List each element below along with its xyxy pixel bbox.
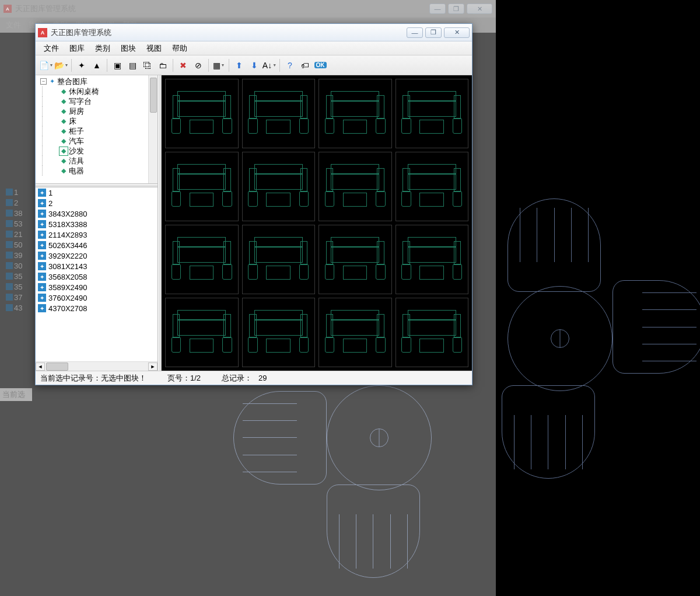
thumbnail-item[interactable] bbox=[318, 152, 392, 221]
toolbar-separator bbox=[208, 59, 209, 72]
size-list-item[interactable]: ✦3843X2880 bbox=[36, 208, 158, 219]
status-total-value: 29 bbox=[258, 374, 267, 382]
cad-thumbnail bbox=[172, 87, 232, 140]
block-icon: ✦ bbox=[38, 273, 46, 281]
window-title: 天正图库管理系统 bbox=[51, 27, 407, 38]
delete-icon[interactable]: ✖ bbox=[176, 58, 190, 72]
menu-item-2[interactable]: 类别 bbox=[90, 42, 115, 55]
scroll-thumb[interactable] bbox=[46, 363, 68, 371]
category-tree[interactable]: −✦整合图库◆休闲桌椅◆写字台◆厨房◆床◆柜子◆汽车◆沙发◆洁具◆电器 bbox=[36, 75, 158, 184]
toolbar-separator bbox=[229, 59, 229, 72]
thumbnail-item[interactable] bbox=[242, 152, 316, 221]
arrow-up-icon[interactable]: ⬆ bbox=[232, 58, 246, 72]
menu-item-4[interactable]: 视图 bbox=[142, 42, 166, 55]
size-list-item[interactable]: ✦2114X2893 bbox=[36, 229, 158, 240]
status-page: 页号：1/2 bbox=[167, 373, 201, 384]
maximize-button[interactable]: ❐ bbox=[425, 27, 442, 38]
bg-list-item: 53 bbox=[6, 218, 32, 229]
cad-thumbnail bbox=[172, 306, 232, 359]
status-selected-label: 当前选中记录号： bbox=[40, 374, 101, 382]
arrow-down-icon[interactable]: ⬇ bbox=[247, 58, 261, 72]
size-list-item[interactable]: ✦2 bbox=[36, 198, 158, 208]
expander-icon[interactable]: − bbox=[40, 78, 47, 85]
thumbnail-item[interactable] bbox=[318, 225, 392, 294]
scroll-left-icon[interactable]: ◄ bbox=[36, 363, 45, 371]
thumbnail-item[interactable] bbox=[318, 79, 392, 148]
open-folder-icon[interactable]: 📂▼ bbox=[54, 58, 68, 72]
minimize-button[interactable]: — bbox=[407, 27, 423, 38]
close-button[interactable]: ✕ bbox=[444, 27, 470, 38]
thumbnail-item[interactable] bbox=[242, 225, 316, 294]
cone-icon[interactable]: ▲ bbox=[90, 58, 104, 72]
bg-list-item: 21 bbox=[6, 229, 32, 239]
tree-item[interactable]: ◆洁具 bbox=[37, 156, 156, 166]
copy-icon[interactable]: ⿻ bbox=[141, 58, 155, 72]
tree-item[interactable]: ◆电器 bbox=[37, 166, 156, 176]
cad-chair bbox=[508, 198, 601, 292]
thumbnail-item[interactable] bbox=[165, 225, 239, 294]
thumbnail-item[interactable] bbox=[165, 298, 239, 367]
thumbnail-item[interactable] bbox=[396, 298, 469, 367]
thumbnail-item[interactable] bbox=[165, 79, 239, 148]
thumbnail-item[interactable] bbox=[396, 152, 469, 221]
toolbar-separator bbox=[71, 59, 72, 72]
tree-item[interactable]: ◆写字台 bbox=[37, 96, 156, 106]
size-list-item[interactable]: ✦3929X2220 bbox=[36, 250, 158, 261]
status-page-value: 1/2 bbox=[190, 374, 201, 382]
bg-menu-item: 文件 bbox=[6, 20, 21, 30]
grid-icon[interactable]: ▦▼ bbox=[212, 58, 226, 72]
layers-icon[interactable]: ▣ bbox=[110, 58, 124, 72]
bg-list-item: 50 bbox=[6, 239, 32, 250]
tree-item[interactable]: ◆沙发 bbox=[37, 146, 156, 156]
align-icon[interactable]: ▤ bbox=[125, 58, 139, 72]
category-icon: ◆ bbox=[60, 127, 68, 135]
toolbar-separator bbox=[107, 59, 107, 72]
tag-icon[interactable]: 🏷 bbox=[298, 58, 312, 72]
tree-root[interactable]: −✦整合图库 bbox=[37, 76, 156, 86]
size-list-item[interactable]: ✦1 bbox=[36, 187, 158, 198]
tree-scrollbar[interactable] bbox=[148, 75, 158, 183]
menu-item-5[interactable]: 帮助 bbox=[167, 42, 192, 55]
size-list[interactable]: ✦1✦2✦3843X2880✦5318X3388✦2114X2893✦5026X… bbox=[36, 187, 158, 371]
thumbnail-item[interactable] bbox=[318, 298, 392, 367]
size-list-item[interactable]: ✦4370X2708 bbox=[36, 303, 158, 313]
size-list-item[interactable]: ✦3589X2490 bbox=[36, 282, 158, 292]
cad-table bbox=[508, 286, 612, 391]
size-list-item[interactable]: ✦3568X2058 bbox=[36, 271, 158, 282]
sort-az-icon[interactable]: A↓▼ bbox=[262, 58, 276, 72]
tree-item[interactable]: ◆汽车 bbox=[37, 136, 156, 146]
cad-thumbnail bbox=[401, 306, 462, 359]
size-list-item[interactable]: ✦3081X2143 bbox=[36, 261, 158, 271]
bg-title: 天正图库管理系统 bbox=[15, 4, 76, 14]
thumbnail-item[interactable] bbox=[396, 225, 469, 294]
thumbnail-item[interactable] bbox=[242, 298, 316, 367]
menu-item-1[interactable]: 图库 bbox=[65, 42, 89, 55]
category-icon: ◆ bbox=[60, 137, 68, 145]
menu-item-3[interactable]: 图块 bbox=[116, 42, 141, 55]
scatter-icon[interactable]: ✦ bbox=[75, 58, 89, 72]
help-icon[interactable]: ? bbox=[283, 58, 297, 72]
thumbnail-item[interactable] bbox=[165, 152, 239, 221]
tree-item[interactable]: ◆休闲桌椅 bbox=[37, 86, 156, 96]
titlebar[interactable]: A 天正图库管理系统 — ❐ ✕ bbox=[36, 24, 472, 41]
size-list-item[interactable]: ✦3760X2490 bbox=[36, 292, 158, 303]
list-h-scrollbar[interactable]: ◄ ► bbox=[36, 361, 158, 371]
size-list-item[interactable]: ✦5318X3388 bbox=[36, 219, 158, 229]
cancel-icon[interactable]: ⊘ bbox=[191, 58, 205, 72]
tree-item[interactable]: ◆床 bbox=[37, 116, 156, 126]
folder-open-icon[interactable]: 🗀 bbox=[156, 58, 170, 72]
thumbnail-item[interactable] bbox=[396, 79, 469, 148]
ok-icon[interactable]: OK bbox=[313, 58, 327, 72]
library-manager-window: A 天正图库管理系统 — ❐ ✕ 文件图库类别图块视图帮助 📄▼📂▼✦▲▣▤⿻🗀… bbox=[35, 23, 473, 385]
scroll-right-icon[interactable]: ► bbox=[148, 363, 158, 371]
thumbnail-item[interactable] bbox=[242, 79, 316, 148]
tree-item[interactable]: ◆柜子 bbox=[37, 126, 156, 136]
status-page-label: 页号： bbox=[167, 374, 190, 382]
size-list-item[interactable]: ✦5026X3446 bbox=[36, 240, 158, 250]
cad-thumbnail bbox=[172, 233, 232, 286]
menu-item-0[interactable]: 文件 bbox=[39, 42, 64, 55]
category-icon: ◆ bbox=[60, 97, 68, 106]
tree-item[interactable]: ◆厨房 bbox=[37, 106, 156, 116]
cad-thumbnail bbox=[248, 87, 309, 140]
new-file-icon[interactable]: 📄▼ bbox=[39, 58, 53, 72]
